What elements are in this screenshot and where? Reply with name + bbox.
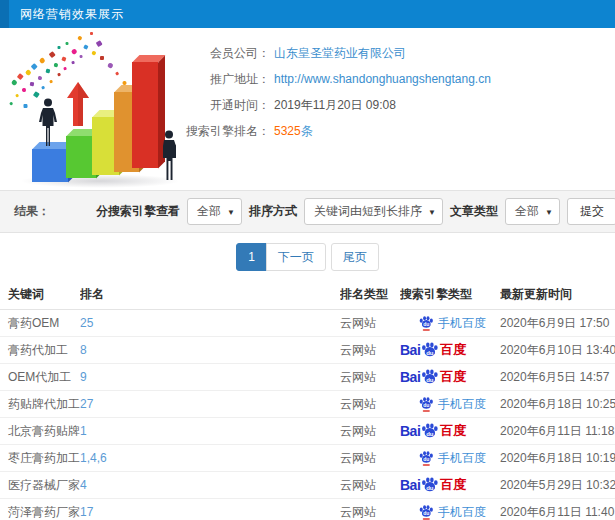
svg-text:du: du	[423, 510, 429, 516]
header-updated: 最新更新时间	[500, 286, 615, 303]
engine-cell: Baidu百度	[400, 476, 500, 495]
sort-select[interactable]: 关键词由短到长排序 ▼	[304, 198, 443, 225]
baidu-paw-icon: du	[420, 476, 439, 495]
confetti-dot	[50, 80, 53, 83]
table-row: 菏泽膏药厂家 17 云网站 du手机百度 2020年6月11日 11:40	[0, 499, 615, 520]
svg-text:du: du	[427, 430, 435, 436]
open-time-label: 开通时间：	[178, 97, 270, 114]
table-row: 北京膏药贴牌 1 云网站 Baidu百度 2020年6月11日 11:18	[0, 418, 615, 445]
info-row-url: 推广地址： http://www.shandonghuangshengtang.…	[178, 66, 491, 92]
updated-cell: 2020年6月9日 17:50	[500, 315, 615, 332]
page-title: 网络营销效果展示	[20, 6, 124, 23]
last-page-button[interactable]: 尾页	[331, 243, 379, 271]
mobile-baidu-label: 手机百度	[438, 315, 486, 332]
rank-link[interactable]: 1,4,6	[80, 451, 340, 465]
baidu-logo: Baidu百度	[400, 368, 466, 387]
mobile-baidu-icon: du	[418, 315, 434, 331]
baidu-paw-icon: du	[420, 341, 439, 360]
company-info-section: 会员公司： 山东皇圣堂药业有限公司 推广地址： http://www.shand…	[0, 28, 615, 190]
rank-link[interactable]: 1	[80, 424, 340, 438]
svg-text:du: du	[423, 402, 429, 408]
chevron-down-icon: ▼	[428, 199, 436, 226]
next-page-button[interactable]: 下一页	[266, 243, 326, 271]
baidu-logo-bai: Bai	[400, 423, 420, 439]
sort-value: 关键词由短到长排序	[314, 204, 422, 218]
header-keyword: 关键词	[0, 286, 80, 303]
rank-link[interactable]: 25	[80, 316, 340, 330]
confetti-dot	[38, 76, 42, 80]
3d-bar	[32, 149, 68, 182]
confetti-dot	[90, 32, 93, 35]
engine-cell: du手机百度	[400, 396, 500, 413]
confetti-dot	[72, 61, 75, 64]
mobile-baidu-icon: du	[418, 396, 434, 412]
rank-type-cell: 云网站	[340, 342, 400, 359]
confetti-dot	[49, 51, 55, 57]
baidu-logo: Baidu百度	[400, 341, 466, 360]
baidu-logo-cn: 百度	[440, 422, 466, 440]
confetti-dot	[31, 63, 37, 69]
engine-filter-select[interactable]: 全部 ▼	[187, 198, 242, 225]
mobile-baidu-icon: du	[418, 504, 434, 520]
keyword-cell: 膏药代加工	[0, 342, 80, 359]
open-time-value: 2019年11月20日 09:08	[274, 97, 396, 114]
confetti-dot	[58, 46, 61, 49]
baidu-logo-bai: Bai	[400, 477, 420, 493]
article-type-select[interactable]: 全部 ▼	[505, 198, 560, 225]
svg-text:du: du	[423, 321, 429, 327]
header-rank: 排名	[80, 286, 340, 303]
confetti-dot	[46, 69, 50, 73]
pagination: 1 下一页 尾页	[0, 233, 615, 280]
engine-cell: Baidu百度	[400, 341, 500, 360]
keyword-cell: 菏泽膏药厂家	[0, 504, 80, 520]
table-row: 膏药代加工 8 云网站 Baidu百度 2020年6月10日 13:40	[0, 337, 615, 364]
rank-link[interactable]: 17	[80, 505, 340, 519]
rank-link[interactable]: 4	[80, 478, 340, 492]
confetti-dot	[24, 104, 28, 108]
confetti-dot	[107, 62, 113, 68]
svg-text:du: du	[427, 376, 435, 382]
results-table: 关键词 排名 排名类型 搜索引擎类型 最新更新时间 膏药OEM 25 云网站 d…	[0, 280, 615, 520]
confetti-dot	[91, 50, 96, 55]
page-header: 网络营销效果展示	[0, 0, 615, 28]
confetti-dot	[96, 40, 102, 46]
svg-text:du: du	[423, 456, 429, 462]
info-row-rank-count: 搜索引擎排名： 5325条	[178, 118, 491, 144]
growth-chart-illustration	[2, 30, 197, 188]
rank-type-cell: 云网站	[340, 396, 400, 413]
rank-link[interactable]: 9	[80, 370, 340, 384]
confetti-dot	[22, 88, 26, 92]
confetti-dot	[58, 73, 61, 76]
rank-type-cell: 云网站	[340, 369, 400, 386]
table-row: 枣庄膏药加工 1,4,6 云网站 du手机百度 2020年6月18日 10:19	[0, 445, 615, 472]
confetti-dot	[39, 57, 45, 63]
rank-link[interactable]: 27	[80, 397, 340, 411]
company-info-list: 会员公司： 山东皇圣堂药业有限公司 推广地址： http://www.shand…	[178, 40, 491, 144]
table-row: OEM代加工 9 云网站 Baidu百度 2020年6月5日 14:57	[0, 364, 615, 391]
baidu-logo: Baidu百度	[400, 422, 466, 441]
confetti-dot	[30, 82, 34, 86]
submit-button[interactable]: 提交	[567, 198, 615, 225]
filter-controls: 分搜索引擎查看 全部 ▼ 排序方式 关键词由短到长排序 ▼ 文章类型 全部 ▼ …	[96, 198, 615, 225]
company-link[interactable]: 山东皇圣堂药业有限公司	[274, 45, 406, 62]
confetti-dot	[42, 86, 45, 89]
article-type-value: 全部	[515, 204, 539, 218]
rank-type-cell: 云网站	[340, 504, 400, 520]
table-row: 药贴牌代加工 27 云网站 du手机百度 2020年6月18日 10:25	[0, 391, 615, 418]
info-row-company: 会员公司： 山东皇圣堂药业有限公司	[178, 40, 491, 66]
mobile-baidu-label: 手机百度	[438, 450, 486, 467]
article-type-label: 文章类型	[450, 203, 498, 220]
promo-url-link[interactable]: http://www.shandonghuangshengtang.cn	[274, 72, 491, 86]
engine-cell: du手机百度	[400, 315, 500, 332]
engine-cell: Baidu百度	[400, 422, 500, 441]
confetti-dot	[83, 44, 88, 49]
confetti-dot	[11, 79, 17, 85]
rank-link[interactable]: 8	[80, 343, 340, 357]
rank-count-value: 5325条	[274, 123, 313, 140]
page-1-button[interactable]: 1	[236, 243, 267, 271]
mobile-baidu-label: 手机百度	[438, 504, 486, 520]
company-label: 会员公司：	[178, 45, 270, 62]
engine-cell: du手机百度	[400, 504, 500, 520]
keyword-cell: 医疗器械厂家	[0, 477, 80, 494]
keyword-cell: 北京膏药贴牌	[0, 423, 80, 440]
